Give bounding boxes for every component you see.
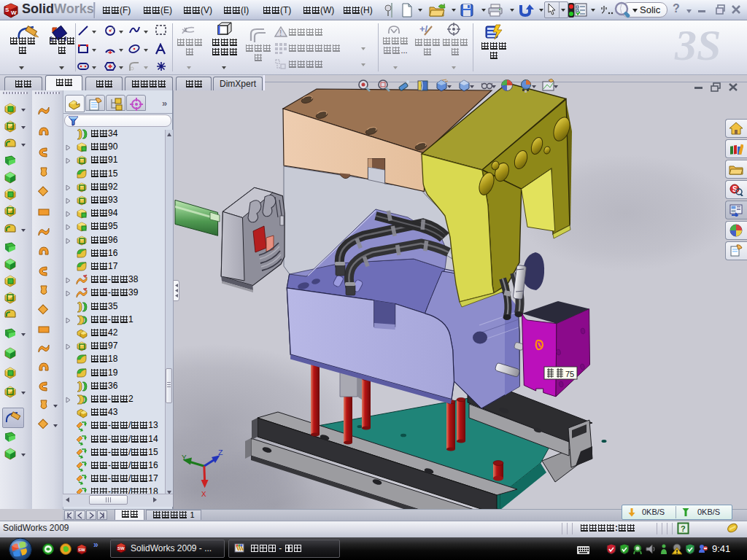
- svg-text:SW: SW: [78, 548, 85, 552]
- svg-text:S: S: [5, 7, 9, 13]
- svg-text:X: X: [201, 490, 206, 499]
- svg-text:W: W: [11, 9, 17, 16]
- svg-text:?: ?: [681, 524, 686, 533]
- svg-text:SW: SW: [117, 546, 125, 551]
- svg-text:Z: Z: [218, 448, 223, 457]
- svg-text:!: !: [279, 29, 282, 37]
- svg-text:75: 75: [565, 370, 574, 378]
- svg-text:Y: Y: [182, 454, 187, 462]
